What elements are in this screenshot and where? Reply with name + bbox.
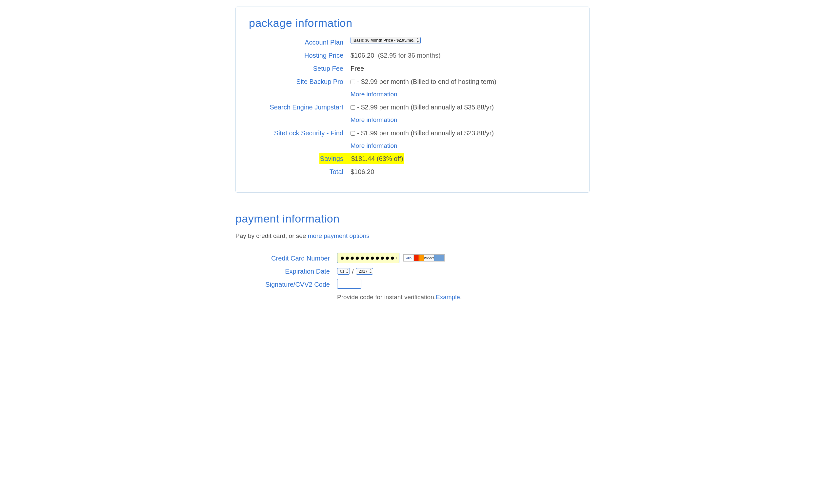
site-backup-label: Site Backup Pro [249,76,351,87]
hosting-price-value: $106.20 [351,50,374,61]
site-backup-desc: - $2.99 per month (Billed to end of host… [357,76,497,87]
savings-value: $181.44 (63% off) [351,153,404,164]
payment-lead: Pay by credit card, or see more payment … [235,232,590,240]
site-backup-more-link[interactable]: More information [351,89,397,100]
payment-info-heading: payment information [235,213,590,225]
exp-date-label: Expiration Date [235,266,337,277]
card-logos: VISA DISCOVER [403,254,445,261]
setup-fee-value: Free [351,63,364,74]
jumpstart-more-row: More information [249,115,576,125]
payment-lead-text: Pay by credit card, or see [235,232,308,239]
mastercard-icon [414,255,424,261]
sitelock-desc: - $1.99 per month (Billed annually at $2… [357,128,494,139]
cvv-hint-period: . [460,292,462,303]
savings-row: Savings $181.44 (63% off) [249,153,576,164]
total-value: $106.20 [351,166,374,177]
hosting-price-sub: ($2.95 for 36 months) [378,50,440,61]
more-payment-options-link[interactable]: more payment options [308,232,370,239]
sitelock-row: SiteLock Security - Find - $1.99 per mon… [249,128,576,139]
cc-number-label: Credit Card Number [235,253,337,264]
savings-label: Savings [319,153,351,164]
jumpstart-label: Search Engine Jumpstart [249,102,351,113]
setup-fee-label: Setup Fee [249,63,351,74]
hosting-price-row: Hosting Price $106.20 ($2.95 for 36 mont… [249,50,576,61]
discover-icon: DISCOVER [424,255,434,261]
payment-information-section: payment information Pay by credit card, … [235,213,590,303]
account-plan-row: Account Plan Basic 36 Month Price - $2.9… [249,37,576,48]
sitelock-more-link[interactable]: More information [351,141,397,151]
cvv-example-link[interactable]: Example [436,292,460,303]
amex-icon [434,255,444,261]
sitelock-label: SiteLock Security - Find [249,128,351,139]
site-backup-row: Site Backup Pro - $2.99 per month (Bille… [249,76,576,87]
cvv-row: Signature/CVV2 Code [235,279,590,290]
jumpstart-more-link[interactable]: More information [351,115,397,125]
total-row: Total $106.20 [249,166,576,177]
visa-icon: VISA [404,255,414,261]
jumpstart-row: Search Engine Jumpstart - $2.99 per mont… [249,102,576,113]
account-plan-label: Account Plan [249,37,351,48]
sitelock-checkbox[interactable] [351,131,355,136]
jumpstart-checkbox[interactable] [351,105,355,110]
cc-number-row: Credit Card Number VISA DISCOVER [235,253,590,264]
cc-number-input[interactable] [337,253,399,263]
exp-date-row: Expiration Date 01 / 2017 [235,266,590,277]
site-backup-more-row: More information [249,89,576,100]
setup-fee-row: Setup Fee Free [249,63,576,74]
cvv-hint-text: Provide code for instant verification. [337,292,436,303]
cvv-hint-row: Provide code for instant verification. E… [235,292,590,303]
exp-month-select[interactable]: 01 [337,268,350,275]
exp-year-select[interactable]: 2017 [356,268,373,275]
exp-separator: / [352,266,354,277]
package-info-heading: package information [249,17,576,29]
cvv-label: Signature/CVV2 Code [235,279,337,290]
total-label: Total [249,166,351,177]
sitelock-more-row: More information [249,141,576,151]
site-backup-checkbox[interactable] [351,80,355,84]
hosting-price-label: Hosting Price [249,50,351,61]
account-plan-select[interactable]: Basic 36 Month Price - $2.95/mo. [351,37,421,44]
cvv-input[interactable] [337,279,361,289]
jumpstart-desc: - $2.99 per month (Billed annually at $3… [357,102,494,113]
package-information-card: package information Account Plan Basic 3… [235,7,590,193]
